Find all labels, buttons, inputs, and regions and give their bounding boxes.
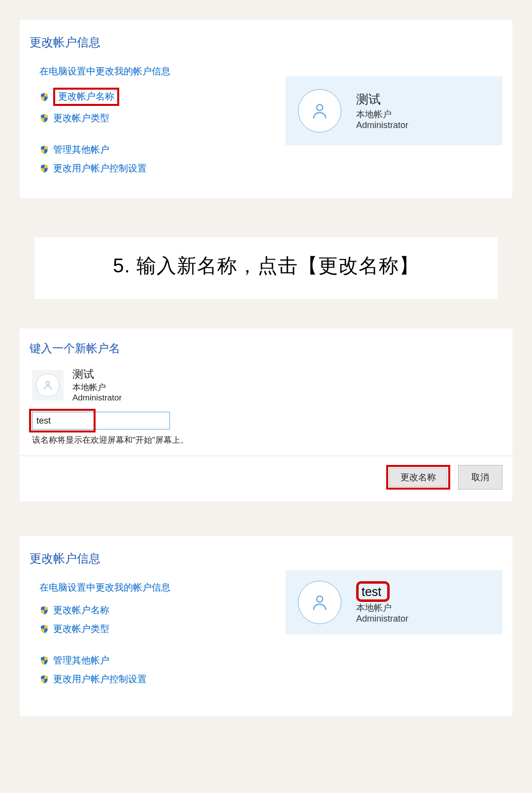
shield-icon — [39, 605, 49, 616]
link-manage-other[interactable]: 管理其他帐户 — [53, 654, 109, 667]
shield-icon — [39, 144, 49, 155]
input-hint: 该名称将显示在欢迎屏幕和"开始"屏幕上。 — [32, 434, 502, 446]
current-account-row: 测试 本地帐户 Administrator — [32, 367, 502, 403]
panel-change-account-info-after: 更改帐户信息 在电脑设置中更改我的帐户信息 更改帐户名称 更改帐户类型 管理其他… — [20, 536, 512, 716]
name-input-wrap — [32, 412, 502, 430]
new-name-input[interactable] — [32, 412, 170, 430]
link-change-type[interactable]: 更改帐户类型 — [53, 623, 109, 635]
user-info: 测试 本地帐户 Administrator — [356, 91, 408, 131]
user-card: 测试 本地帐户 Administrator — [286, 76, 502, 145]
account-info: 测试 本地帐户 Administrator — [72, 367, 122, 403]
user-role: Administrator — [356, 120, 408, 131]
avatar-small-wrap — [32, 370, 64, 400]
link-change-name[interactable]: 更改帐户名称 — [53, 604, 109, 617]
shield-icon — [39, 655, 49, 666]
user-type: 本地帐户 — [356, 108, 408, 120]
panel-title: 更改帐户信息 — [30, 34, 502, 50]
shield-icon — [39, 163, 49, 174]
panel-title: 更改帐户信息 — [30, 551, 502, 566]
user-card: test 本地帐户 Administrator — [286, 570, 502, 634]
link-manage-other[interactable]: 管理其他帐户 — [53, 143, 109, 156]
avatar-icon — [36, 373, 60, 397]
avatar-icon — [298, 581, 341, 624]
link-change-uac-row[interactable]: 更改用户帐户控制设置 — [39, 162, 502, 175]
step-instruction: 5. 输入新名称，点击【更改名称】 — [34, 237, 498, 299]
button-bar: 更改名称 取消 — [20, 456, 512, 501]
user-role: Administrator — [356, 614, 408, 624]
link-change-type[interactable]: 更改帐户类型 — [53, 112, 109, 125]
shield-icon — [39, 674, 49, 685]
user-type: 本地帐户 — [356, 602, 408, 614]
link-change-uac[interactable]: 更改用户帐户控制设置 — [53, 162, 147, 175]
highlight-save-btn: 更改名称 — [386, 465, 450, 490]
highlight-change-name: 更改帐户名称 — [53, 88, 119, 106]
link-manage-other-row[interactable]: 管理其他帐户 — [39, 654, 502, 667]
shield-icon — [39, 92, 49, 102]
account-role: Administrator — [72, 393, 122, 403]
panel2-title: 键入一个新帐户名 — [30, 341, 502, 356]
highlight-new-name: test — [356, 581, 390, 602]
user-name: test — [362, 585, 381, 598]
account-name: 测试 — [72, 367, 122, 382]
account-type: 本地帐户 — [72, 382, 122, 393]
avatar-icon — [298, 89, 341, 132]
panel-enter-new-name: 键入一个新帐户名 测试 本地帐户 Administrator 该名称将显示在欢迎… — [20, 329, 512, 456]
shield-icon — [39, 624, 49, 634]
shield-icon — [39, 113, 49, 124]
user-name: 测试 — [356, 91, 408, 107]
link-change-uac-row[interactable]: 更改用户帐户控制设置 — [39, 673, 502, 686]
link-change-uac[interactable]: 更改用户帐户控制设置 — [53, 673, 147, 686]
save-button[interactable]: 更改名称 — [389, 468, 447, 487]
link-change-name[interactable]: 更改帐户名称 — [58, 91, 114, 101]
user-info: test 本地帐户 Administrator — [356, 581, 408, 624]
cancel-button[interactable]: 取消 — [458, 465, 502, 490]
panel-change-account-info: 更改帐户信息 在电脑设置中更改我的帐户信息 更改帐户名称 更改帐户类型 管理其他… — [20, 20, 512, 198]
